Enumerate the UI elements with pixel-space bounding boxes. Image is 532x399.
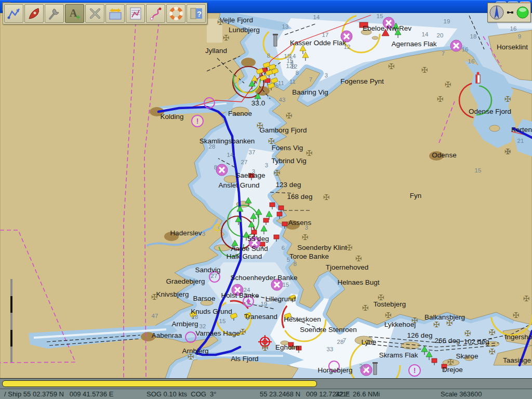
sog-cog-text: SOG 0.10 kts COG 3° [147,390,217,398]
chart-canvas[interactable]: !! Vejle FjordLundbjergJyllandKasser Odd… [0,13,532,378]
gps-status-icon [516,6,529,19]
opencpn-window: o OpenCPN 3.2.2 _ ❏ × [0,0,532,399]
chart-bar[interactable] [0,378,532,389]
current-arrows-icon [108,6,123,21]
auto-follow-button[interactable] [24,4,44,23]
create-route-button[interactable] [4,4,23,23]
scale-text: Scale 363600 [441,390,482,398]
wrench-icon [47,6,62,21]
svg-text:!: ! [414,366,416,375]
active-chart-key[interactable] [2,380,317,387]
boat-icon [27,6,42,21]
ship-position-text: / Ship 55 02.3759 N 009 41.5736 E [4,390,113,398]
man-overboard-button[interactable] [166,4,185,23]
route-manager-button[interactable] [126,4,145,23]
show-currents-button[interactable] [105,4,125,23]
text-a-plus-icon: A+ [68,6,82,21]
status-bar: / Ship 55 02.3759 N 009 41.5736 E SOG 0.… [0,389,532,399]
question-icon: ? [189,6,204,21]
ais-x-icon [88,6,102,21]
options-button[interactable] [45,4,64,23]
compass-gps-widget[interactable] [487,3,531,22]
track-icon [149,6,163,21]
cursor-bearing-text: 321° 26.6 NMi [335,390,380,398]
toggle-track-button[interactable] [146,4,165,23]
lifering-icon [169,6,183,21]
chart-highlight-patch [207,19,222,43]
main-toolbar: A+ ? [3,3,207,24]
route-icon [7,6,21,21]
enc-text-button[interactable]: A+ [65,4,84,23]
svg-text:?: ? [197,9,202,18]
route-manager-icon [128,6,143,21]
svg-text:+: + [76,13,80,21]
ais-targets-button[interactable] [85,4,104,23]
svg-text:!: ! [196,117,199,125]
land-jylland [0,13,248,378]
compass-rose-icon [489,5,504,20]
about-button[interactable]: ? [187,4,206,23]
satellite-icon [507,9,514,16]
